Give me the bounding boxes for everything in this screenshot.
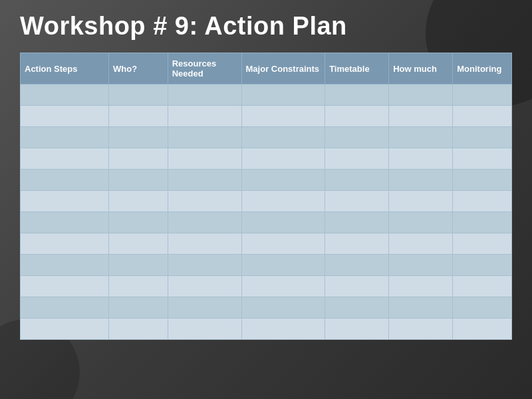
table-cell bbox=[325, 297, 389, 319]
table-cell bbox=[389, 276, 453, 297]
table-cell bbox=[325, 233, 389, 255]
action-plan-table: Action Steps Who? Resources Needed Major… bbox=[20, 53, 512, 340]
table-cell bbox=[389, 233, 453, 255]
table-cell bbox=[109, 127, 168, 148]
table-cell bbox=[21, 106, 109, 127]
table-cell bbox=[453, 127, 512, 148]
table-cell bbox=[109, 276, 168, 297]
header-resources-needed: Resources Needed bbox=[168, 53, 241, 84]
header-major-constraints: Major Constraints bbox=[241, 53, 325, 84]
table-row bbox=[21, 191, 512, 212]
table-cell bbox=[453, 148, 512, 170]
table-cell bbox=[109, 148, 168, 170]
table-row bbox=[21, 276, 512, 297]
table-cell bbox=[21, 148, 109, 170]
table-cell bbox=[109, 255, 168, 276]
table-cell bbox=[168, 148, 241, 170]
table-cell bbox=[241, 148, 325, 170]
page-title: Workshop # 9: Action Plan bbox=[20, 12, 512, 41]
table-cell bbox=[241, 319, 325, 340]
table-cell bbox=[109, 170, 168, 191]
table-cell bbox=[241, 84, 325, 106]
table-cell bbox=[389, 106, 453, 127]
table-cell bbox=[325, 106, 389, 127]
table-cell bbox=[453, 319, 512, 340]
table-cell bbox=[325, 212, 389, 233]
table-cell bbox=[109, 106, 168, 127]
table-cell bbox=[325, 276, 389, 297]
table-cell bbox=[168, 84, 241, 106]
table-cell bbox=[21, 255, 109, 276]
table-cell bbox=[389, 255, 453, 276]
table-cell bbox=[168, 297, 241, 319]
table-cell bbox=[453, 170, 512, 191]
table-cell bbox=[325, 170, 389, 191]
table-cell bbox=[241, 127, 325, 148]
table-cell bbox=[168, 319, 241, 340]
table-cell bbox=[168, 191, 241, 212]
table-cell bbox=[453, 84, 512, 106]
table-cell bbox=[453, 233, 512, 255]
table-cell bbox=[241, 212, 325, 233]
table-cell bbox=[21, 191, 109, 212]
table-cell bbox=[21, 127, 109, 148]
table-cell bbox=[389, 127, 453, 148]
table-cell bbox=[389, 319, 453, 340]
table-cell bbox=[21, 276, 109, 297]
table-cell bbox=[325, 255, 389, 276]
table-cell bbox=[21, 297, 109, 319]
table-cell bbox=[453, 106, 512, 127]
table-cell bbox=[109, 233, 168, 255]
header-who: Who? bbox=[109, 53, 168, 84]
table-row bbox=[21, 319, 512, 340]
table-cell bbox=[241, 106, 325, 127]
table-cell bbox=[109, 297, 168, 319]
table-cell bbox=[325, 127, 389, 148]
table-cell bbox=[241, 170, 325, 191]
table-cell bbox=[453, 191, 512, 212]
table-cell bbox=[389, 191, 453, 212]
table-cell bbox=[325, 148, 389, 170]
table-cell bbox=[325, 191, 389, 212]
header-how-much: How much bbox=[389, 53, 453, 84]
table-cell bbox=[168, 170, 241, 191]
table-cell bbox=[389, 297, 453, 319]
table-cell bbox=[453, 276, 512, 297]
table-cell bbox=[453, 212, 512, 233]
table-cell bbox=[21, 84, 109, 106]
table-cell bbox=[109, 319, 168, 340]
table-cell bbox=[325, 319, 389, 340]
table-row bbox=[21, 170, 512, 191]
table-header-row: Action Steps Who? Resources Needed Major… bbox=[21, 53, 512, 84]
header-timetable: Timetable bbox=[325, 53, 389, 84]
table-row bbox=[21, 212, 512, 233]
table-cell bbox=[241, 255, 325, 276]
table-cell bbox=[21, 319, 109, 340]
table-cell bbox=[21, 233, 109, 255]
table-cell bbox=[168, 212, 241, 233]
table-cell bbox=[389, 148, 453, 170]
table-cell bbox=[168, 255, 241, 276]
table-cell bbox=[21, 212, 109, 233]
table-cell bbox=[241, 191, 325, 212]
table-cell bbox=[389, 170, 453, 191]
table-cell bbox=[109, 191, 168, 212]
table-cell bbox=[109, 212, 168, 233]
table-cell bbox=[325, 84, 389, 106]
table-row bbox=[21, 84, 512, 106]
table-cell bbox=[168, 127, 241, 148]
header-action-steps: Action Steps bbox=[21, 53, 109, 84]
table-cell bbox=[389, 84, 453, 106]
table-wrapper: Action Steps Who? Resources Needed Major… bbox=[20, 53, 512, 340]
table-row bbox=[21, 127, 512, 148]
page-content: Workshop # 9: Action Plan Action Steps W… bbox=[20, 12, 512, 340]
table-cell bbox=[389, 212, 453, 233]
table-cell bbox=[168, 233, 241, 255]
table-cell bbox=[241, 233, 325, 255]
table-row bbox=[21, 106, 512, 127]
page-background: Workshop # 9: Action Plan Action Steps W… bbox=[0, 0, 532, 399]
table-row bbox=[21, 255, 512, 276]
header-monitoring: Monitoring bbox=[453, 53, 512, 84]
table-row bbox=[21, 233, 512, 255]
table-row bbox=[21, 148, 512, 170]
